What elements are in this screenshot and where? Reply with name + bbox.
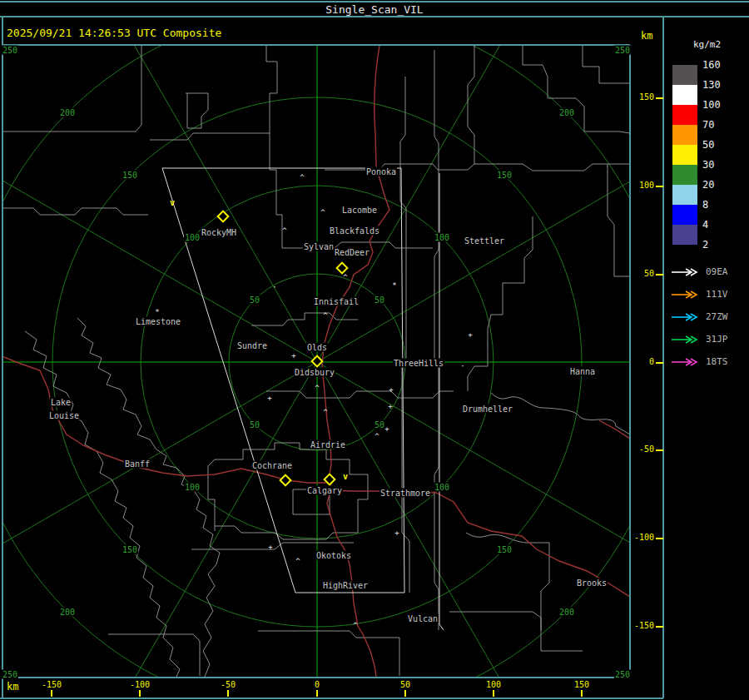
range-ring-label: 200 [59,108,76,117]
city-label-brooks: Brooks [576,578,608,588]
town-marker: ^ [374,432,379,440]
city-label-limestone: Limestone [135,317,181,326]
x-axis-tick [493,690,494,697]
city-label-airdrie: Airdrie [310,440,346,449]
x-axis-label: 150 [574,680,589,689]
city-label-ponoka: Ponoka [365,167,397,176]
city-label-lacombe: Lacombe [341,206,378,215]
legend-threshold: 8 [702,199,708,211]
city-label-reddeer: RedDeer [334,248,370,257]
range-ring-label: 200 [558,608,575,617]
range-ring-label: 250 [2,670,18,679]
legend-color-swatch [672,125,697,145]
radar-id-09EA: 09EA [706,266,728,277]
town-marker: ^ [295,557,300,565]
city-label-drumheller: Drumheller [462,405,513,414]
range-ring-label: 150 [496,171,513,180]
storm-marker-icon: v [170,198,175,207]
radar-site-diamond-icon [323,473,336,486]
town-marker: ^ [315,384,319,392]
x-axis-label: -50 [221,680,236,689]
city-label-lake: Lake [50,398,72,407]
bottom-axis-unit: km [7,681,18,693]
city-label-blackfalds: Blackfalds [329,226,380,236]
radar-id-31JP: 31JP [706,334,728,345]
radar-id-111V: 111V [706,289,728,300]
range-ring-label: 200 [558,108,575,117]
town-marker: · [460,362,464,370]
radar-id-27ZW: 27ZW [706,311,728,322]
y-axis-tick [656,626,663,628]
town-marker: ^ [282,226,286,235]
town-marker: + [394,529,399,537]
city-label-threehills: ThreeHills [393,359,444,368]
legend-threshold: 4 [702,219,708,231]
legend-threshold: 100 [702,99,721,111]
radar-site-diamond-icon [216,210,230,223]
legend-threshold: 70 [702,119,714,131]
y-axis-label: 50 [631,269,654,278]
city-label-strathmore: Strathmore [379,489,431,498]
legend-threshold: 160 [702,59,721,71]
town-marker: + [268,543,272,551]
town-marker: + [384,424,389,433]
x-axis-tick [316,690,318,697]
city-label-innisfail: Innisfail [313,297,360,306]
city-label-stettler: Stettler [464,236,505,246]
legend-color-swatch [672,105,697,125]
range-ring-label: 100 [434,233,450,242]
x-axis-label: -150 [42,680,62,689]
city-label-highriver: HighRiver [322,581,369,590]
range-ring-label: 50 [249,420,260,429]
storm-marker-icon: v [343,472,348,481]
range-ring-label: 50 [374,295,385,305]
range-ring-label: 150 [122,545,138,554]
range-ring-label: 150 [496,545,513,554]
y-axis-tick [656,362,663,364]
legend-threshold: 2 [702,239,708,251]
town-marker: ^ [343,273,347,281]
y-axis-label: -100 [631,533,654,542]
town-marker: * [392,281,396,290]
right-axis-unit: km [641,30,652,42]
y-axis-tick [656,274,663,276]
town-marker: + [267,394,271,402]
legend-color-swatch [672,165,697,185]
range-ring-label: 250 [614,670,631,679]
x-axis-label: 0 [315,680,320,689]
city-label-louise: Louise [48,411,80,420]
town-marker: + [291,351,295,360]
town-marker: ^ [320,208,325,216]
city-label-didsbury: Didsbury [294,368,335,377]
town-marker: + [468,330,472,339]
legend-color-swatch [672,145,697,165]
legend-color-swatch [672,205,697,225]
x-axis-tick [404,690,406,697]
radar-viewer-window: Single_Scan_VIL 2025/09/21 14:26:53 UTC … [0,0,749,700]
y-axis-label: 150 [631,92,654,102]
x-axis-label: 100 [486,680,501,689]
town-marker: + [389,385,393,394]
y-axis-tick [656,449,663,451]
city-label-sylvan: Sylvan [303,242,335,251]
radar-id-18TS: 18TS [706,356,728,367]
city-label-sundre: Sundre [236,341,268,350]
x-axis-tick [227,690,229,697]
range-ring-label: 50 [374,420,385,429]
city-label-rockymh: RockyMH [201,228,237,237]
city-label-banff: Banff [124,459,151,469]
legend-threshold: 50 [702,139,714,151]
range-ring-label: 200 [59,608,76,617]
city-label-vulcan: Vulcan [407,614,439,623]
legend-color-swatch [672,65,697,85]
x-axis-label: -100 [130,680,150,689]
range-ring-label: 150 [122,171,138,180]
legend-threshold: 130 [702,79,721,91]
y-axis-tick [656,538,663,539]
city-label-olds: Olds [306,343,328,352]
radar-site-diamond-icon [310,355,324,368]
x-axis-label: 50 [400,680,410,689]
y-axis-tick [656,186,663,187]
x-axis-tick [51,690,52,697]
x-axis-tick [581,690,583,697]
